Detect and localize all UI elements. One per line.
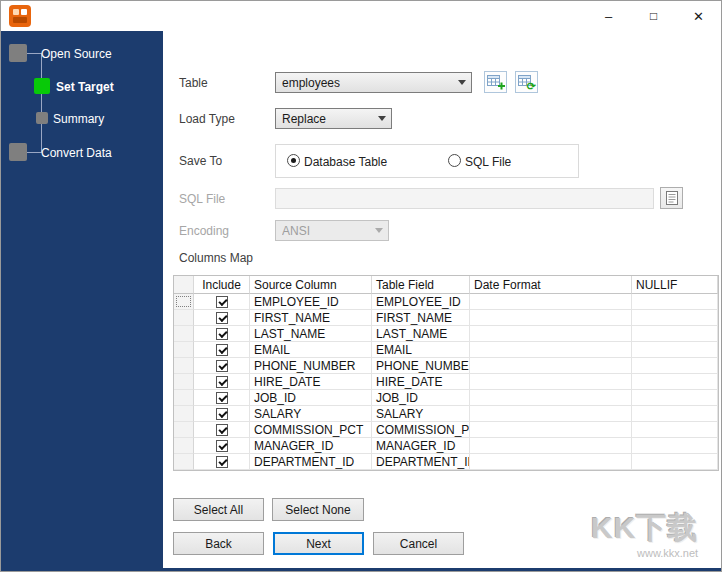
row-selector[interactable] <box>174 406 194 422</box>
date-format-cell[interactable] <box>470 294 632 310</box>
date-format-cell[interactable] <box>470 422 632 438</box>
table-field-cell[interactable]: COMMISSION_PCT <box>372 422 470 438</box>
row-selector[interactable] <box>174 374 194 390</box>
table-field-cell[interactable]: DEPARTMENT_ID <box>372 454 470 470</box>
cancel-button[interactable]: Cancel <box>373 532 464 555</box>
refresh-tables-button[interactable]: ⟳ <box>515 71 538 93</box>
browse-sql-file-button[interactable] <box>660 187 683 209</box>
include-checkbox[interactable] <box>216 408 228 420</box>
sidebar-item-open-source[interactable]: Open Source <box>41 47 112 61</box>
include-cell[interactable] <box>194 406 250 422</box>
nullif-cell[interactable] <box>632 454 718 470</box>
include-cell[interactable] <box>194 422 250 438</box>
table-select[interactable]: employees <box>275 72 472 93</box>
include-cell[interactable] <box>194 374 250 390</box>
source-column-cell[interactable]: MANAGER_ID <box>250 438 372 454</box>
table-field-cell[interactable]: EMAIL <box>372 342 470 358</box>
row-selector[interactable] <box>174 438 194 454</box>
add-table-button[interactable] <box>484 71 507 93</box>
close-button[interactable]: ✕ <box>676 1 721 31</box>
source-column-cell[interactable]: DEPARTMENT_ID <box>250 454 372 470</box>
table-field-cell[interactable]: PHONE_NUMBER <box>372 358 470 374</box>
nullif-cell[interactable] <box>632 310 718 326</box>
col-header-table-field[interactable]: Table Field <box>372 276 470 294</box>
table-field-cell[interactable]: EMPLOYEE_ID <box>372 294 470 310</box>
source-column-cell[interactable]: SALARY <box>250 406 372 422</box>
include-checkbox[interactable] <box>216 344 228 356</box>
source-column-cell[interactable]: JOB_ID <box>250 390 372 406</box>
include-checkbox[interactable] <box>216 328 228 340</box>
sql-file-radio[interactable] <box>448 154 461 167</box>
table-field-cell[interactable]: HIRE_DATE <box>372 374 470 390</box>
row-selector[interactable] <box>174 310 194 326</box>
select-none-button[interactable]: Select None <box>272 498 364 521</box>
include-cell[interactable] <box>194 294 250 310</box>
sidebar-item-convert-data[interactable]: Convert Data <box>41 146 112 160</box>
source-column-cell[interactable]: EMAIL <box>250 342 372 358</box>
load-type-select[interactable]: Replace <box>275 108 392 129</box>
minimize-button[interactable]: – <box>586 1 631 31</box>
date-format-cell[interactable] <box>470 358 632 374</box>
maximize-button[interactable]: □ <box>631 1 676 31</box>
row-selector[interactable] <box>174 342 194 358</box>
include-checkbox[interactable] <box>216 360 228 372</box>
source-column-cell[interactable]: FIRST_NAME <box>250 310 372 326</box>
date-format-cell[interactable] <box>470 326 632 342</box>
include-checkbox[interactable] <box>216 424 228 436</box>
include-cell[interactable] <box>194 310 250 326</box>
include-cell[interactable] <box>194 358 250 374</box>
date-format-cell[interactable] <box>470 310 632 326</box>
table-field-cell[interactable]: FIRST_NAME <box>372 310 470 326</box>
include-cell[interactable] <box>194 454 250 470</box>
nullif-cell[interactable] <box>632 294 718 310</box>
nullif-cell[interactable] <box>632 406 718 422</box>
sql-file-radio-label[interactable]: SQL File <box>465 155 511 169</box>
nullif-cell[interactable] <box>632 438 718 454</box>
include-checkbox[interactable] <box>216 392 228 404</box>
sidebar-item-summary[interactable]: Summary <box>53 112 104 126</box>
row-selector[interactable] <box>174 422 194 438</box>
date-format-cell[interactable] <box>470 390 632 406</box>
date-format-cell[interactable] <box>470 454 632 470</box>
nullif-cell[interactable] <box>632 358 718 374</box>
row-selector[interactable] <box>174 358 194 374</box>
table-field-cell[interactable]: MANAGER_ID <box>372 438 470 454</box>
source-column-cell[interactable]: PHONE_NUMBER <box>250 358 372 374</box>
date-format-cell[interactable] <box>470 406 632 422</box>
next-button[interactable]: Next <box>273 532 364 555</box>
database-table-radio-label[interactable]: Database Table <box>304 155 387 169</box>
col-header-include[interactable]: Include <box>194 276 250 294</box>
sidebar-item-set-target[interactable]: Set Target <box>56 80 114 94</box>
include-cell[interactable] <box>194 438 250 454</box>
include-cell[interactable] <box>194 342 250 358</box>
row-selector[interactable] <box>174 390 194 406</box>
source-column-cell[interactable]: HIRE_DATE <box>250 374 372 390</box>
source-column-cell[interactable]: COMMISSION_PCT <box>250 422 372 438</box>
nullif-cell[interactable] <box>632 390 718 406</box>
include-checkbox[interactable] <box>216 456 228 468</box>
include-cell[interactable] <box>194 326 250 342</box>
table-field-cell[interactable]: LAST_NAME <box>372 326 470 342</box>
date-format-cell[interactable] <box>470 374 632 390</box>
table-field-cell[interactable]: SALARY <box>372 406 470 422</box>
include-checkbox[interactable] <box>216 312 228 324</box>
date-format-cell[interactable] <box>470 342 632 358</box>
back-button[interactable]: Back <box>173 532 264 555</box>
table-field-cell[interactable]: JOB_ID <box>372 390 470 406</box>
nullif-cell[interactable] <box>632 422 718 438</box>
col-header-source-column[interactable]: Source Column <box>250 276 372 294</box>
col-header-nullif[interactable]: NULLIF <box>632 276 718 294</box>
nullif-cell[interactable] <box>632 374 718 390</box>
nullif-cell[interactable] <box>632 342 718 358</box>
row-selector[interactable] <box>174 294 194 310</box>
row-selector[interactable] <box>174 454 194 470</box>
date-format-cell[interactable] <box>470 438 632 454</box>
include-checkbox[interactable] <box>216 376 228 388</box>
select-all-button[interactable]: Select All <box>173 498 264 521</box>
include-cell[interactable] <box>194 390 250 406</box>
source-column-cell[interactable]: EMPLOYEE_ID <box>250 294 372 310</box>
include-checkbox[interactable] <box>216 296 228 308</box>
source-column-cell[interactable]: LAST_NAME <box>250 326 372 342</box>
row-selector[interactable] <box>174 326 194 342</box>
database-table-radio[interactable] <box>287 154 300 167</box>
